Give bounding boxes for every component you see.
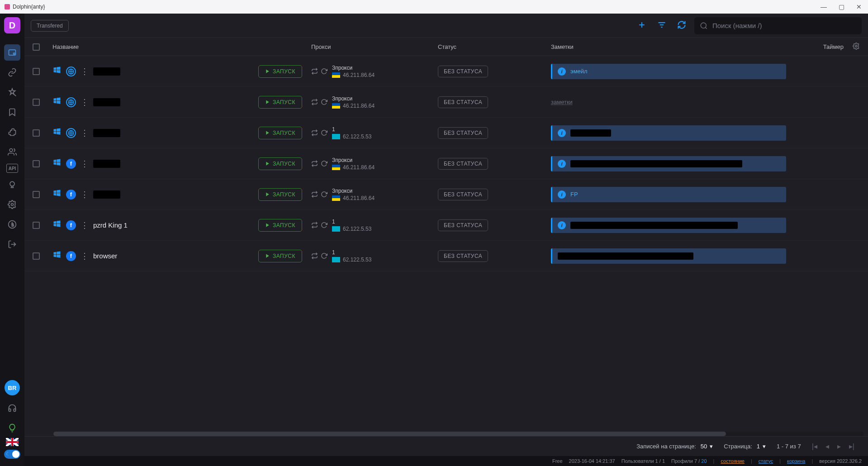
launch-button[interactable]: ЗАПУСК [258, 65, 302, 78]
table-row[interactable]: f⋮ЗАПУСКЗпрокси46.211.86.64БЕЗ СТАТУСАi [24, 148, 868, 179]
page-select[interactable]: 1 ▾ [757, 443, 766, 450]
per-page-select[interactable]: 50 ▾ [701, 443, 713, 450]
row-menu-icon[interactable]: ⋮ [81, 97, 89, 107]
sidebar-proxies-icon[interactable] [4, 64, 20, 81]
sidebar-users-icon[interactable] [4, 144, 20, 160]
row-checkbox[interactable] [33, 252, 40, 260]
note-pill[interactable]: i [551, 218, 786, 233]
status-badge[interactable]: БЕЗ СТАТУСА [438, 127, 488, 139]
swap-icon[interactable] [311, 99, 318, 105]
sidebar-logout-icon[interactable] [4, 236, 20, 252]
columns-settings-icon[interactable] [844, 43, 860, 51]
swap-icon[interactable] [311, 252, 318, 259]
launch-button[interactable]: ЗАПУСК [258, 250, 302, 262]
status-badge[interactable]: БЕЗ СТАТУСА [438, 189, 488, 200]
row-checkbox[interactable] [33, 129, 40, 137]
table-row[interactable]: f⋮browserЗАПУСК162.122.5.53БЕЗ СТАТУСА [24, 241, 868, 271]
launch-button[interactable]: ЗАПУСК [258, 188, 302, 201]
notes-placeholder[interactable]: заметки [551, 99, 573, 105]
last-page-button[interactable]: ▸| [849, 442, 854, 451]
sidebar-api-icon[interactable]: API [6, 164, 18, 173]
launch-button[interactable]: ЗАПУСК [258, 219, 302, 232]
refresh-proxy-icon[interactable] [321, 191, 327, 198]
row-checkbox[interactable] [33, 99, 40, 106]
svg-point-15 [855, 45, 857, 47]
refresh-proxy-icon[interactable] [321, 222, 327, 228]
note-pill[interactable]: i [551, 156, 786, 171]
sidebar-automation-icon[interactable] [4, 176, 20, 193]
minimize-button[interactable]: — [819, 3, 829, 10]
trash-link[interactable]: корзина [787, 458, 805, 464]
sidebar-extensions-icon[interactable] [4, 124, 20, 140]
sidebar-settings-icon[interactable] [4, 196, 20, 213]
sidebar-support-icon[interactable] [4, 400, 20, 416]
maximize-button[interactable]: ▢ [837, 3, 846, 10]
refresh-proxy-icon[interactable] [321, 252, 327, 259]
theme-toggle[interactable]: ☾ [4, 450, 20, 459]
note-pill[interactable]: iFP [551, 187, 786, 202]
swap-icon[interactable] [311, 222, 318, 228]
swap-icon[interactable] [311, 191, 318, 198]
row-checkbox[interactable] [33, 222, 40, 229]
status-badge[interactable]: БЕЗ СТАТУСА [438, 66, 488, 77]
note-pill[interactable]: i [551, 125, 786, 141]
row-menu-icon[interactable]: ⋮ [81, 67, 89, 76]
table-row[interactable]: f⋮ЗАПУСКЗпрокси46.211.86.64БЕЗ СТАТУСАiF… [24, 179, 868, 210]
note-pill[interactable] [551, 248, 786, 264]
first-page-button[interactable]: |◂ [812, 442, 817, 451]
row-menu-icon[interactable]: ⋮ [81, 159, 89, 169]
sidebar-bookmark-icon[interactable] [4, 104, 20, 120]
launch-button[interactable]: ЗАПУСК [258, 96, 302, 109]
horizontal-scrollbar[interactable] [53, 432, 863, 436]
status-badge[interactable]: БЕЗ СТАТУСА [438, 250, 488, 262]
status-link-2[interactable]: статус [759, 458, 773, 464]
swap-icon[interactable] [311, 68, 318, 75]
swap-icon[interactable] [311, 160, 318, 167]
row-menu-icon[interactable]: ⋮ [81, 220, 89, 230]
avatar[interactable]: BR [5, 380, 20, 395]
table-row[interactable]: f⋮pzrd King 1ЗАПУСК162.122.5.53БЕЗ СТАТУ… [24, 210, 868, 241]
sidebar-billing-icon[interactable] [4, 216, 20, 233]
tag-filter-button[interactable]: Transfered [31, 20, 69, 32]
table-row[interactable]: ⋮ЗАПУСК162.122.5.53БЕЗ СТАТУСАi [24, 118, 868, 148]
prev-page-button[interactable]: ◂ [825, 442, 829, 451]
swap-icon[interactable] [311, 129, 318, 136]
refresh-proxy-icon[interactable] [321, 129, 327, 136]
row-menu-icon[interactable]: ⋮ [81, 190, 89, 200]
row-checkbox[interactable] [33, 160, 40, 167]
sidebar-star-icon[interactable] [4, 84, 20, 100]
col-notes[interactable]: Заметки [551, 43, 807, 50]
col-timer[interactable]: Таймер [807, 43, 844, 50]
logo[interactable]: D [4, 17, 20, 33]
search-input[interactable] [712, 22, 856, 29]
table-row[interactable]: ⋮ЗАПУСКЗпрокси46.211.86.64БЕЗ СТАТУСАiэм… [24, 56, 868, 87]
refresh-proxy-icon[interactable] [321, 99, 327, 105]
row-menu-icon[interactable]: ⋮ [81, 128, 89, 138]
status-link-1[interactable]: состояние [721, 458, 745, 464]
refresh-icon[interactable] [674, 18, 689, 33]
note-pill[interactable]: iэмейл [551, 64, 786, 79]
row-checkbox[interactable] [33, 68, 40, 75]
next-page-button[interactable]: ▸ [837, 442, 841, 451]
launch-button[interactable]: ЗАПУСК [258, 157, 302, 170]
col-name[interactable]: Название [49, 43, 311, 50]
select-all-checkbox[interactable] [33, 43, 40, 51]
status-badge[interactable]: БЕЗ СТАТУСА [438, 96, 488, 108]
refresh-proxy-icon[interactable] [321, 160, 327, 167]
search-box[interactable] [694, 17, 862, 34]
table-row[interactable]: ⋮ЗАПУСКЗпрокси46.211.86.64БЕЗ СТАТУСАзам… [24, 87, 868, 118]
refresh-proxy-icon[interactable] [321, 68, 327, 75]
close-button[interactable]: ✕ [854, 3, 863, 10]
launch-button[interactable]: ЗАПУСК [258, 127, 302, 139]
col-status[interactable]: Статус [438, 43, 551, 50]
filter-icon[interactable] [655, 18, 669, 33]
language-flag-icon[interactable] [6, 438, 19, 446]
sidebar-profiles-icon[interactable] [4, 44, 20, 61]
row-menu-icon[interactable]: ⋮ [81, 251, 89, 261]
status-badge[interactable]: БЕЗ СТАТУСА [438, 219, 488, 231]
status-badge[interactable]: БЕЗ СТАТУСА [438, 158, 488, 170]
sidebar-tips-icon[interactable] [4, 420, 20, 436]
col-proxy[interactable]: Прокси [311, 43, 438, 50]
add-profile-icon[interactable] [635, 18, 649, 33]
row-checkbox[interactable] [33, 191, 40, 198]
